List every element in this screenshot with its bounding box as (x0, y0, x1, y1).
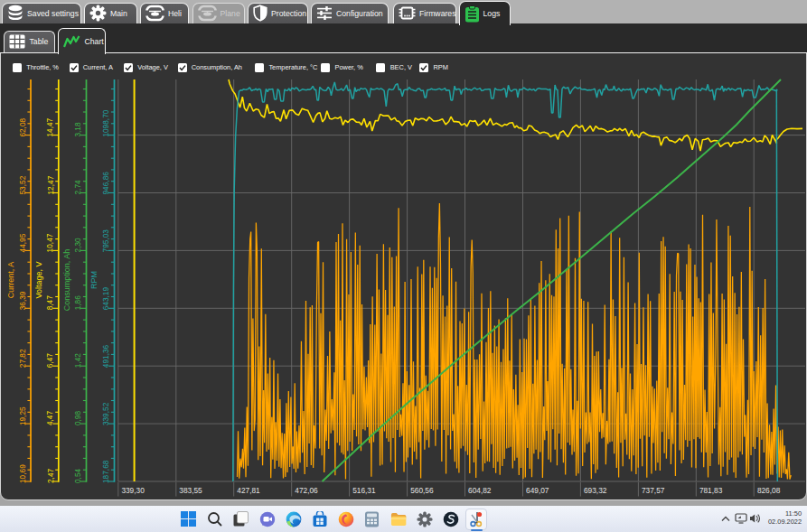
svg-text:0,54: 0,54 (73, 468, 82, 483)
svg-text:491,36: 491,36 (101, 344, 110, 368)
svg-text:649,07: 649,07 (526, 486, 549, 495)
svg-text:781,83: 781,83 (699, 486, 723, 495)
svg-text:604,82: 604,82 (468, 486, 492, 495)
svg-text:383,55: 383,55 (179, 486, 202, 495)
svg-text:737,57: 737,57 (642, 486, 665, 495)
svg-text:19,25: 19,25 (18, 406, 27, 425)
svg-text:2,30: 2,30 (73, 238, 82, 253)
svg-text:3,18: 3,18 (73, 122, 82, 137)
svg-text:53,52: 53,52 (18, 175, 27, 194)
svg-text:427,81: 427,81 (237, 486, 260, 495)
svg-text:693,32: 693,32 (584, 486, 607, 495)
svg-text:1,42: 1,42 (73, 353, 82, 369)
svg-text:795,03: 795,03 (101, 229, 110, 253)
svg-text:Consumption, Ah: Consumption, Ah (62, 249, 71, 312)
svg-text:946,86: 946,86 (101, 172, 110, 195)
svg-text:1,86: 1,86 (73, 295, 82, 311)
svg-text:Voltage, V: Voltage, V (34, 261, 43, 298)
svg-text:560,56: 560,56 (410, 486, 434, 495)
svg-text:62,08: 62,08 (18, 117, 27, 136)
svg-text:14,47: 14,47 (46, 117, 55, 136)
svg-text:2,74: 2,74 (73, 180, 82, 195)
svg-text:187,68: 187,68 (101, 460, 110, 483)
svg-text:6,47: 6,47 (46, 353, 55, 369)
svg-text:44,95: 44,95 (18, 233, 27, 252)
svg-text:10,69: 10,69 (18, 464, 27, 483)
svg-text:643,19: 643,19 (101, 287, 110, 311)
svg-text:2,47: 2,47 (46, 468, 55, 483)
svg-text:RPM: RPM (89, 271, 99, 289)
svg-text:339,30: 339,30 (121, 486, 145, 495)
svg-text:Current, A: Current, A (6, 262, 15, 299)
svg-text:8,47: 8,47 (46, 295, 55, 311)
svg-text:10,47: 10,47 (46, 233, 55, 252)
svg-text:826,08: 826,08 (757, 486, 781, 495)
svg-text:12,47: 12,47 (46, 175, 55, 194)
svg-text:0,98: 0,98 (73, 411, 82, 426)
svg-text:27,82: 27,82 (18, 349, 27, 368)
svg-text:4,47: 4,47 (46, 411, 55, 426)
svg-text:472,06: 472,06 (295, 486, 318, 495)
svg-text:516,31: 516,31 (352, 486, 376, 495)
svg-text:339,52: 339,52 (101, 402, 110, 425)
svg-text:36,39: 36,39 (18, 291, 27, 310)
svg-text:1098,70: 1098,70 (101, 109, 110, 136)
